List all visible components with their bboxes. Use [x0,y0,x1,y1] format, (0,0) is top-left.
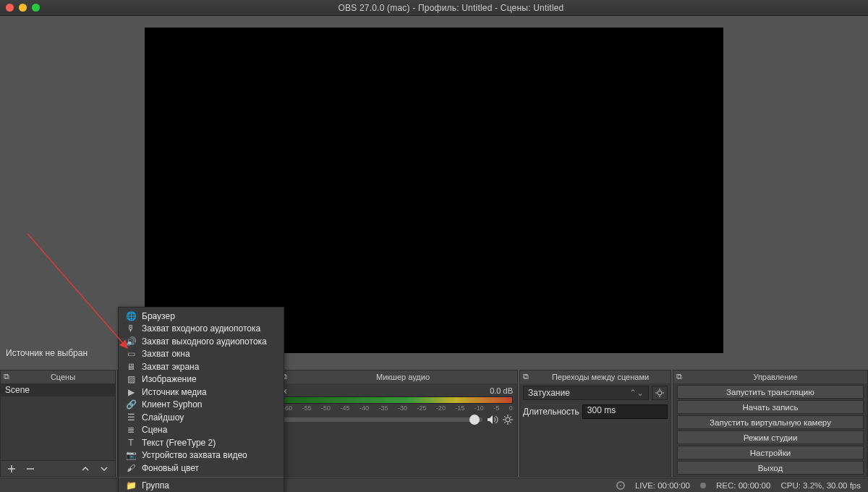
audio-mixer-dock: ⧉ Микшер аудио x 0.0 dB -60-55-50-45-40-… [278,370,518,477]
mixer-channel: x 0.0 dB -60-55-50-45-40-35-30-25-20-15-… [278,383,517,476]
menu-item[interactable]: 🎙Захват входного аудиопотока [119,323,284,336]
window-titlebar: OBS 27.0.0 (mac) - Профиль: Untitled - С… [0,0,868,16]
cpu-stats: CPU: 3.2%, 30.00 fps [780,481,861,490]
camera-icon: 📷 [126,450,136,460]
menu-item[interactable]: ▶Источник медиа [119,386,284,399]
menu-item-label: Захват окна [142,349,190,359]
transitions-dock: ⧉ Переходы между сценами Затухание ⌃⌄ Дл… [519,370,671,477]
play-icon: ▶ [126,387,136,397]
menu-item-label: Группа [142,480,169,491]
stack-icon: ☰ [126,412,136,423]
mixer-dock-header[interactable]: ⧉ Микшер аудио [278,370,517,383]
folder-icon: 📁 [126,480,136,491]
move-scene-up-button[interactable] [77,462,93,475]
transition-settings-button[interactable] [652,386,668,400]
duration-input[interactable]: 300 ms [582,404,668,419]
no-source-label: Источник не выбран [6,348,88,358]
control-button[interactable]: Запустить виртуальную камеру [677,415,864,429]
popout-icon: ⧉ [676,372,686,382]
meter-ticks: -60-55-50-45-40-35-30-25-20-15-10-50 [283,404,513,412]
menu-item-label: Изображение [142,374,197,384]
menu-item-label: Источник медиа [142,387,207,397]
rec-time: REC: 00:00:00 [716,481,770,490]
menu-item[interactable]: 🖥Захват экрана [119,360,284,373]
scene-item[interactable]: Scene [1,383,115,396]
menu-item[interactable]: ▨Изображение [119,373,284,386]
text-icon: T [126,438,136,448]
menu-item[interactable]: ▭Захват окна [119,348,284,361]
menu-item-label: Сцена [142,425,167,435]
add-scene-button[interactable] [4,462,20,475]
audio-meter [283,396,513,404]
remove-scene-button[interactable] [22,462,38,475]
link-icon: 🔗 [126,399,136,410]
mixer-title: Микшер аудио [292,373,514,381]
zoom-window-button[interactable] [32,4,40,12]
volume-slider[interactable] [283,417,482,422]
controls-title: Управление [686,373,864,381]
preview-canvas[interactable] [145,27,723,353]
control-button[interactable]: Начать запись [677,400,864,414]
traffic-lights [6,4,40,12]
transition-select[interactable]: Затухание ⌃⌄ [523,386,649,400]
transitions-title: Переходы между сценами [533,373,668,381]
brush-icon: 🖌 [126,463,136,473]
menu-separator [119,477,284,478]
control-button[interactable]: Режим студии [677,430,864,444]
popout-icon: ⧉ [523,372,533,382]
control-button[interactable]: Настройки [677,446,864,459]
channel-level: 0.0 dB [490,386,513,395]
menu-item-label: Текст (FreeType 2) [142,438,216,448]
controls-dock: ⧉ Управление Запустить трансляциюНачать … [673,370,868,477]
menu-item[interactable]: ☰Слайдшоу [119,411,284,424]
menu-item-label: Захват выходного аудиопотока [142,336,267,347]
controls-dock-header[interactable]: ⧉ Управление [673,370,867,383]
mute-button[interactable] [487,415,498,425]
scenes-dock: ⧉ Сцены Scene [0,370,116,477]
mic-icon: 🎙 [126,323,136,334]
menu-item-label: Устройство захвата видео [142,450,247,460]
transitions-body: Затухание ⌃⌄ Длительность 300 ms [520,383,671,476]
live-indicator-icon [616,481,625,490]
window-icon: ▭ [126,349,136,359]
menu-item-label: Слайдшоу [142,412,184,423]
transitions-dock-header[interactable]: ⧉ Переходы между сценами [520,370,671,383]
menu-item-label: Захват входного аудиопотока [142,323,260,334]
transition-value: Затухание [528,388,570,398]
menu-item-label: Фоновый цвет [142,463,199,473]
rec-indicator-icon [700,483,706,488]
globe-icon: 🌐 [126,311,136,321]
scenes-toolbar [1,460,115,476]
menu-item-label: Захват экрана [142,362,199,372]
controls-body: Запустить трансляциюНачать записьЗапусти… [673,383,867,476]
chevron-updown-icon: ⌃⌄ [629,388,644,398]
image-icon: ▨ [126,374,136,384]
speaker-icon: 🔊 [126,336,136,347]
menu-item[interactable]: ≣Сцена [119,424,284,437]
scenes-dock-header[interactable]: ⧉ Сцены [1,370,115,383]
display-icon: 🖥 [126,362,136,372]
scenes-list[interactable]: Scene [1,383,115,460]
menu-item-label: Браузер [142,311,175,321]
svg-point-3 [658,391,662,395]
menu-item[interactable]: 📷Устройство захвата видео [119,449,284,462]
menu-item[interactable]: TТекст (FreeType 2) [119,436,284,449]
close-window-button[interactable] [6,4,14,12]
minimize-window-button[interactable] [19,4,27,12]
scenes-title: Сцены [14,373,112,381]
control-button[interactable]: Выход [677,461,864,475]
menu-item[interactable]: 🔗Клиент Syphon [119,399,284,412]
window-title: OBS 27.0.0 (mac) - Профиль: Untitled - С… [40,3,862,13]
move-scene-down-button[interactable] [96,462,112,475]
duration-label: Длительность [523,407,579,417]
menu-item-label: Клиент Syphon [142,399,203,410]
list-icon: ≣ [126,425,136,435]
svg-point-2 [506,417,510,422]
menu-item-group[interactable]: 📁Группа [119,480,284,493]
menu-item[interactable]: 🔊Захват выходного аудиопотока [119,335,284,348]
menu-item[interactable]: 🌐Браузер [119,310,284,323]
menu-item[interactable]: 🖌Фоновый цвет [119,462,284,475]
control-button[interactable]: Запустить трансляцию [677,385,864,399]
add-source-context-menu: 🌐Браузер🎙Захват входного аудиопотока🔊Зах… [118,307,284,492]
channel-settings-button[interactable] [503,415,513,425]
